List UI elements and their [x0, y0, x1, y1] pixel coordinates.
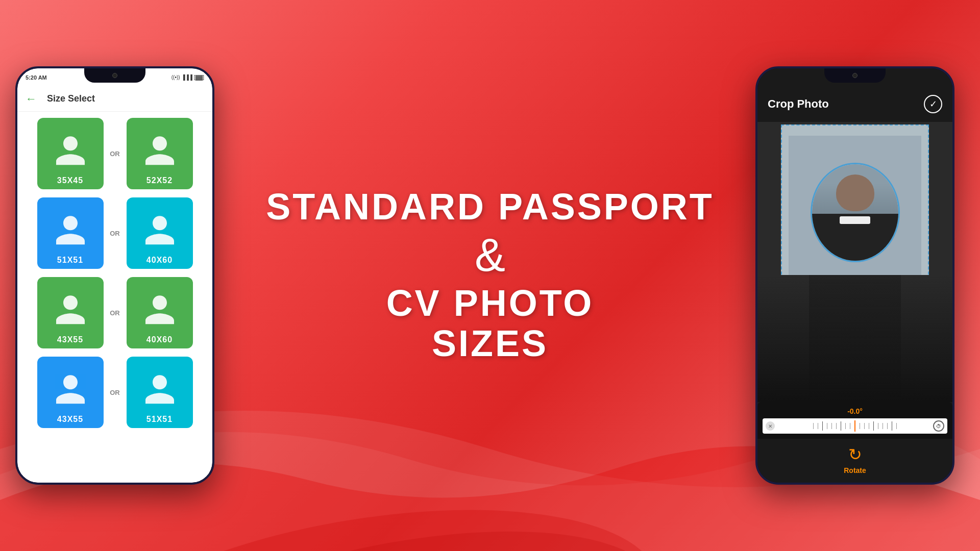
right-phone-frame: ● Crop Photo ✓: [755, 66, 954, 485]
person-icon-4: [142, 212, 178, 250]
body-shape: [812, 214, 898, 260]
back-button[interactable]: ←: [26, 92, 37, 106]
tick: [864, 423, 865, 429]
tick: [878, 423, 878, 429]
tick: [887, 423, 888, 429]
rotate-icon[interactable]: ↻: [848, 445, 862, 464]
confirm-button[interactable]: ✓: [924, 95, 942, 113]
promo-line3: SIZES: [266, 324, 714, 364]
promo-ampersand: &: [266, 232, 714, 278]
crop-title: Crop Photo: [768, 97, 829, 111]
ruler-ticks: [813, 420, 897, 432]
size-card-52x52[interactable]: 52X52: [127, 118, 193, 189]
size-row-1: 35X45 OR 52X52: [23, 118, 206, 189]
size-grid: 35X45 OR 52X52: [17, 112, 212, 483]
wifi-icon: ((•)): [172, 74, 180, 80]
left-phone: 5:20 AM ((•)) ▐▐▐ [▓▓] ← Size Select: [15, 0, 225, 551]
tick: [831, 423, 832, 429]
battery-icon: [▓▓]: [194, 74, 204, 80]
crop-header: Crop Photo ✓: [757, 86, 952, 122]
tick-major: [873, 421, 874, 431]
crop-screen: ● Crop Photo ✓: [757, 68, 952, 483]
size-label-40x60-teal: 40X60: [146, 256, 173, 265]
tick: [883, 423, 883, 429]
person-icon-3: [53, 212, 88, 250]
lower-image: [757, 275, 952, 402]
tick: [836, 423, 837, 429]
app-header: ← Size Select: [17, 86, 212, 112]
size-card-43x55-green[interactable]: 43X55: [37, 277, 104, 348]
tick: [850, 423, 850, 429]
left-phone-frame: 5:20 AM ((•)) ▐▐▐ [▓▓] ← Size Select: [15, 66, 214, 485]
size-row-4: 43X55 OR 51X51: [23, 357, 206, 428]
promo-line2: CV PHOTO: [266, 283, 714, 323]
size-label-35x45: 35X45: [57, 176, 83, 185]
oval-frame: [811, 163, 900, 262]
angle-display: -0.0°: [763, 407, 947, 415]
or-divider-3: OR: [109, 309, 121, 317]
tick-center: [854, 420, 855, 432]
crop-dashed-frame: [781, 124, 929, 290]
person-icon-2: [142, 133, 178, 170]
tick: [827, 423, 827, 429]
promo-line1: STANDARD PASSPORT: [266, 187, 714, 227]
size-card-51x51-teal[interactable]: 51X51: [127, 357, 193, 428]
right-phone: ● Crop Photo ✓: [755, 0, 965, 551]
person-icon-1: [53, 133, 88, 170]
size-label-43x55-blue: 43X55: [57, 415, 83, 424]
rotate-label: Rotate: [844, 466, 866, 474]
tick: [896, 423, 897, 429]
crop-frame-container: [781, 124, 929, 290]
size-card-35x45[interactable]: 35X45: [37, 118, 104, 189]
right-camera: [852, 73, 857, 78]
tick: [818, 423, 818, 429]
size-row-3: 43X55 OR 40X60: [23, 277, 206, 348]
check-icon: ✓: [929, 98, 937, 110]
person-icon-5: [53, 292, 88, 330]
tick-major: [822, 421, 823, 431]
left-camera: [112, 73, 117, 78]
size-card-40x60-teal[interactable]: 40X60: [127, 197, 193, 269]
or-divider-1: OR: [109, 150, 121, 158]
collar: [840, 216, 870, 224]
person-icon-7: [53, 371, 88, 409]
angle-ruler[interactable]: ✕: [763, 418, 947, 434]
tick-major: [892, 421, 892, 431]
status-time: 5:20 AM: [26, 74, 47, 81]
person-lower: [809, 275, 901, 402]
dark-image-area: [757, 275, 952, 402]
size-label-51x51-blue: 51X51: [57, 256, 83, 265]
left-phone-screen: 5:20 AM ((•)) ▐▐▐ [▓▓] ← Size Select: [17, 68, 212, 483]
passport-preview: [789, 136, 921, 289]
tick-major: [841, 421, 841, 431]
right-phone-notch: [824, 68, 886, 83]
left-phone-notch: [84, 68, 145, 83]
size-row-2: 51X51 OR 40X60: [23, 197, 206, 269]
tick: [845, 423, 846, 429]
size-label-40x60-green: 40X60: [146, 335, 173, 344]
size-card-40x60-green[interactable]: 40X60: [127, 277, 193, 348]
size-card-51x51-blue[interactable]: 51X51: [37, 197, 104, 269]
size-label-52x52: 52X52: [146, 176, 173, 185]
person-photo: [812, 164, 898, 261]
head-shape: [836, 174, 874, 212]
right-phone-screen: ● Crop Photo ✓: [757, 68, 952, 483]
tick: [813, 423, 814, 429]
close-ruler-button[interactable]: ✕: [766, 421, 775, 431]
center-promo-text: STANDARD PASSPORT & CV PHOTO SIZES: [266, 187, 714, 364]
person-icon-8: [142, 371, 178, 409]
status-icons: ((•)) ▐▐▐ [▓▓]: [172, 74, 204, 80]
rotate-section: ↻ Rotate: [757, 439, 952, 483]
size-label-51x51-teal: 51X51: [146, 415, 173, 424]
screen-title: Size Select: [47, 93, 95, 104]
signal-icon: ▐▐▐: [182, 74, 192, 80]
timer-icon[interactable]: ⏱: [933, 420, 944, 432]
size-card-43x55-blue[interactable]: 43X55: [37, 357, 104, 428]
tick: [860, 423, 860, 429]
size-label-43x55-green: 43X55: [57, 335, 83, 344]
or-divider-2: OR: [109, 230, 121, 237]
crop-image-area: [757, 122, 952, 402]
person-icon-6: [142, 292, 178, 330]
or-divider-4: OR: [109, 389, 121, 396]
crop-controls: -0.0° ✕: [757, 402, 952, 439]
